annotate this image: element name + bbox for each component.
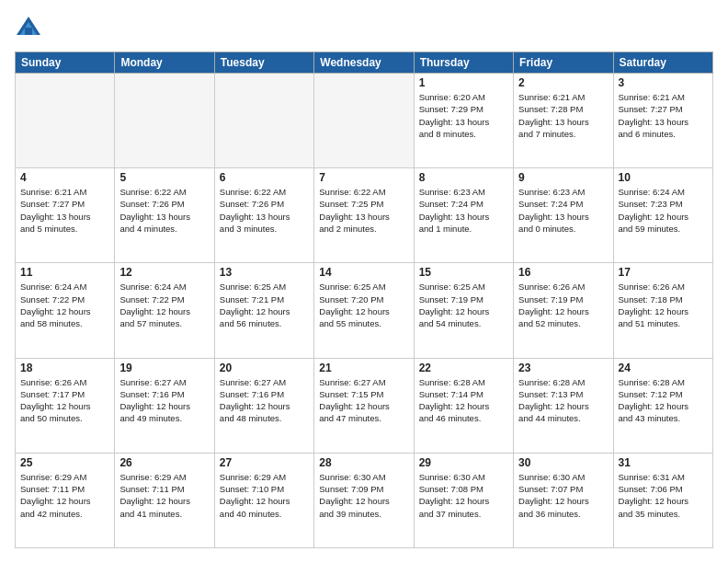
day-info: Sunrise: 6:21 AM Sunset: 7:28 PM Dayligh… <box>518 91 608 140</box>
day-cell: 27Sunrise: 6:29 AM Sunset: 7:10 PM Dayli… <box>214 453 313 547</box>
day-number: 22 <box>419 362 508 374</box>
day-cell: 14Sunrise: 6:25 AM Sunset: 7:20 PM Dayli… <box>314 263 414 358</box>
day-cell: 16Sunrise: 6:26 AM Sunset: 7:19 PM Dayli… <box>514 263 613 358</box>
day-number: 25 <box>20 456 109 469</box>
day-cell: 26Sunrise: 6:29 AM Sunset: 7:11 PM Dayli… <box>115 453 214 547</box>
day-number: 23 <box>518 362 608 374</box>
day-number: 8 <box>419 171 508 184</box>
day-cell <box>214 74 313 168</box>
day-number: 28 <box>319 456 408 469</box>
week-row-3: 11Sunrise: 6:24 AM Sunset: 7:22 PM Dayli… <box>16 263 713 358</box>
day-number: 6 <box>220 171 309 184</box>
day-cell: 5Sunrise: 6:22 AM Sunset: 7:26 PM Daylig… <box>115 168 214 263</box>
day-cell <box>16 74 115 168</box>
day-info: Sunrise: 6:28 AM Sunset: 7:12 PM Dayligh… <box>619 376 708 425</box>
day-cell: 20Sunrise: 6:27 AM Sunset: 7:16 PM Dayli… <box>214 358 313 453</box>
day-number: 12 <box>119 266 209 279</box>
day-cell: 8Sunrise: 6:23 AM Sunset: 7:24 PM Daylig… <box>414 168 513 263</box>
day-info: Sunrise: 6:22 AM Sunset: 7:26 PM Dayligh… <box>220 186 309 235</box>
day-info: Sunrise: 6:24 AM Sunset: 7:22 PM Dayligh… <box>119 281 209 329</box>
day-number: 21 <box>319 362 408 374</box>
day-info: Sunrise: 6:20 AM Sunset: 7:29 PM Dayligh… <box>419 91 508 140</box>
calendar-table: SundayMondayTuesdayWednesdayThursdayFrid… <box>15 52 713 548</box>
calendar-header: SundayMondayTuesdayWednesdayThursdayFrid… <box>16 52 713 74</box>
day-info: Sunrise: 6:31 AM Sunset: 7:06 PM Dayligh… <box>619 471 708 520</box>
day-cell: 21Sunrise: 6:27 AM Sunset: 7:15 PM Dayli… <box>314 358 414 453</box>
day-cell: 23Sunrise: 6:28 AM Sunset: 7:13 PM Dayli… <box>514 358 613 453</box>
day-number: 19 <box>119 362 209 374</box>
day-info: Sunrise: 6:24 AM Sunset: 7:23 PM Dayligh… <box>619 186 708 235</box>
day-cell: 3Sunrise: 6:21 AM Sunset: 7:27 PM Daylig… <box>613 74 712 168</box>
svg-rect-2 <box>25 28 32 35</box>
day-cell: 7Sunrise: 6:22 AM Sunset: 7:25 PM Daylig… <box>314 168 414 263</box>
day-info: Sunrise: 6:28 AM Sunset: 7:13 PM Dayligh… <box>518 376 608 425</box>
day-cell: 12Sunrise: 6:24 AM Sunset: 7:22 PM Dayli… <box>115 263 214 358</box>
day-info: Sunrise: 6:26 AM Sunset: 7:17 PM Dayligh… <box>20 376 109 425</box>
day-cell: 10Sunrise: 6:24 AM Sunset: 7:23 PM Dayli… <box>613 168 712 263</box>
day-info: Sunrise: 6:27 AM Sunset: 7:15 PM Dayligh… <box>319 376 408 425</box>
day-cell: 19Sunrise: 6:27 AM Sunset: 7:16 PM Dayli… <box>115 358 214 453</box>
day-cell: 31Sunrise: 6:31 AM Sunset: 7:06 PM Dayli… <box>613 453 712 547</box>
day-cell <box>314 74 414 168</box>
day-cell: 18Sunrise: 6:26 AM Sunset: 7:17 PM Dayli… <box>16 358 115 453</box>
week-row-5: 25Sunrise: 6:29 AM Sunset: 7:11 PM Dayli… <box>16 453 713 547</box>
day-number: 26 <box>119 456 209 469</box>
day-cell: 17Sunrise: 6:26 AM Sunset: 7:18 PM Dayli… <box>613 263 712 358</box>
day-info: Sunrise: 6:25 AM Sunset: 7:20 PM Dayligh… <box>319 281 408 329</box>
day-number: 7 <box>319 171 408 184</box>
day-cell: 9Sunrise: 6:23 AM Sunset: 7:24 PM Daylig… <box>514 168 613 263</box>
day-info: Sunrise: 6:29 AM Sunset: 7:11 PM Dayligh… <box>119 471 209 520</box>
day-cell: 13Sunrise: 6:25 AM Sunset: 7:21 PM Dayli… <box>214 263 313 358</box>
day-header-tuesday: Tuesday <box>214 52 313 74</box>
day-info: Sunrise: 6:27 AM Sunset: 7:16 PM Dayligh… <box>119 376 209 425</box>
day-info: Sunrise: 6:29 AM Sunset: 7:10 PM Dayligh… <box>220 471 309 520</box>
day-header-friday: Friday <box>514 52 613 74</box>
day-info: Sunrise: 6:26 AM Sunset: 7:18 PM Dayligh… <box>619 281 708 329</box>
day-number: 4 <box>20 171 109 184</box>
day-cell: 15Sunrise: 6:25 AM Sunset: 7:19 PM Dayli… <box>414 263 513 358</box>
day-info: Sunrise: 6:23 AM Sunset: 7:24 PM Dayligh… <box>419 186 508 235</box>
logo <box>15 15 44 42</box>
day-number: 24 <box>619 362 708 374</box>
week-row-2: 4Sunrise: 6:21 AM Sunset: 7:27 PM Daylig… <box>16 168 713 263</box>
day-number: 15 <box>419 266 508 279</box>
day-number: 2 <box>518 76 608 89</box>
day-number: 11 <box>20 266 109 279</box>
day-info: Sunrise: 6:22 AM Sunset: 7:25 PM Dayligh… <box>319 186 408 235</box>
day-header-monday: Monday <box>115 52 214 74</box>
day-header-saturday: Saturday <box>613 52 712 74</box>
day-header-sunday: Sunday <box>16 52 115 74</box>
day-info: Sunrise: 6:30 AM Sunset: 7:09 PM Dayligh… <box>319 471 408 520</box>
day-cell <box>115 74 214 168</box>
day-header-thursday: Thursday <box>414 52 513 74</box>
day-cell: 24Sunrise: 6:28 AM Sunset: 7:12 PM Dayli… <box>613 358 712 453</box>
day-cell: 6Sunrise: 6:22 AM Sunset: 7:26 PM Daylig… <box>214 168 313 263</box>
day-number: 5 <box>119 171 209 184</box>
day-number: 10 <box>619 171 708 184</box>
day-number: 20 <box>220 362 309 374</box>
day-info: Sunrise: 6:22 AM Sunset: 7:26 PM Dayligh… <box>119 186 209 235</box>
day-number: 17 <box>619 266 708 279</box>
logo-icon <box>15 15 42 42</box>
day-number: 1 <box>419 76 508 89</box>
day-info: Sunrise: 6:30 AM Sunset: 7:07 PM Dayligh… <box>518 471 608 520</box>
calendar-body: 1Sunrise: 6:20 AM Sunset: 7:29 PM Daylig… <box>16 74 713 548</box>
day-info: Sunrise: 6:24 AM Sunset: 7:22 PM Dayligh… <box>20 281 109 329</box>
day-number: 14 <box>319 266 408 279</box>
week-row-1: 1Sunrise: 6:20 AM Sunset: 7:29 PM Daylig… <box>16 74 713 168</box>
header <box>15 15 713 42</box>
day-info: Sunrise: 6:28 AM Sunset: 7:14 PM Dayligh… <box>419 376 508 425</box>
day-info: Sunrise: 6:21 AM Sunset: 7:27 PM Dayligh… <box>20 186 109 235</box>
day-cell: 2Sunrise: 6:21 AM Sunset: 7:28 PM Daylig… <box>514 74 613 168</box>
day-cell: 22Sunrise: 6:28 AM Sunset: 7:14 PM Dayli… <box>414 358 513 453</box>
day-info: Sunrise: 6:25 AM Sunset: 7:19 PM Dayligh… <box>419 281 508 329</box>
day-info: Sunrise: 6:30 AM Sunset: 7:08 PM Dayligh… <box>419 471 508 520</box>
week-row-4: 18Sunrise: 6:26 AM Sunset: 7:17 PM Dayli… <box>16 358 713 453</box>
day-number: 30 <box>518 456 608 469</box>
day-number: 9 <box>518 171 608 184</box>
day-info: Sunrise: 6:21 AM Sunset: 7:27 PM Dayligh… <box>619 91 708 140</box>
day-number: 18 <box>20 362 109 374</box>
day-cell: 4Sunrise: 6:21 AM Sunset: 7:27 PM Daylig… <box>16 168 115 263</box>
day-number: 16 <box>518 266 608 279</box>
day-cell: 30Sunrise: 6:30 AM Sunset: 7:07 PM Dayli… <box>514 453 613 547</box>
